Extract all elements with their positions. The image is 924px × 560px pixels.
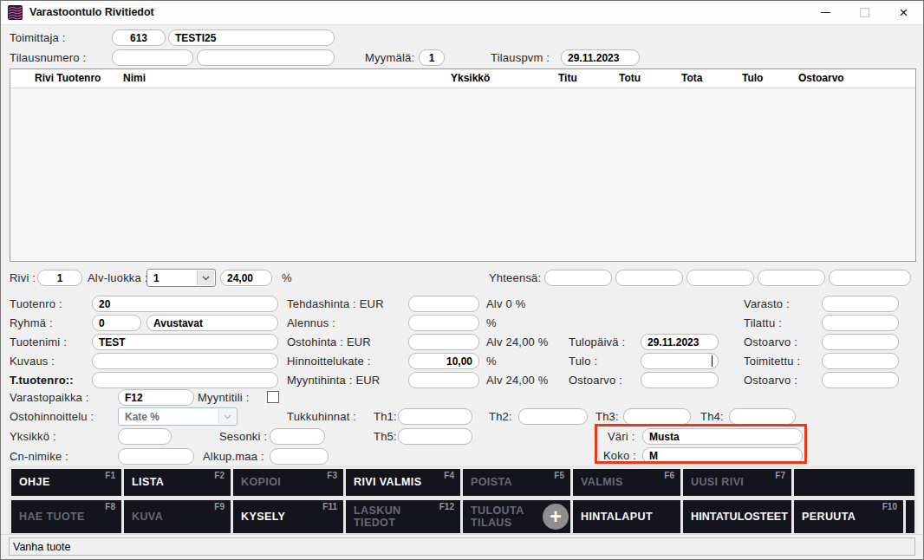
ryhma-label: Ryhmä :: [10, 315, 53, 331]
fkey-label: F1: [105, 471, 115, 480]
fkey-label: F6: [664, 471, 674, 480]
toimitettu-input[interactable]: [822, 353, 899, 369]
button-ohje[interactable]: OHJE F1: [11, 469, 121, 496]
button-bar-filler: [794, 469, 914, 496]
minimize-button[interactable]: [806, 1, 845, 24]
sesonki-label: Sesonki :: [219, 428, 267, 445]
yksikko-input[interactable]: [118, 428, 172, 445]
yhteensa-input-3[interactable]: [686, 270, 754, 286]
button-rivi-valmis[interactable]: RIVI VALMIS F4: [346, 469, 460, 496]
button-uusi-rivi: UUSI RIVI F7: [683, 469, 791, 496]
t-tuotenro-input[interactable]: [92, 372, 278, 388]
ostohinnoittelu-select: Kate %: [118, 407, 238, 426]
chevron-down-icon: [197, 270, 214, 285]
yhteensa-input-4[interactable]: [758, 270, 825, 286]
close-button[interactable]: ×: [884, 1, 923, 24]
cn-nimike-input[interactable]: [118, 448, 194, 465]
yksikko-label: Yksikkö :: [10, 428, 56, 445]
tuotenimi-input[interactable]: TEST: [92, 334, 278, 350]
tulopaiva-input[interactable]: 29.11.2023: [641, 334, 719, 350]
column-header-yksikko: Yksikkö: [451, 72, 490, 84]
yhteensa-input-1[interactable]: [544, 270, 612, 286]
button-label: KUVA: [132, 511, 163, 523]
fkey-label: F8: [105, 502, 115, 511]
chevron-down-icon: [218, 409, 236, 424]
button-row-1: OHJE F1 LISTA F2 KOPIOI F3 RIVI VALMIS F…: [11, 469, 914, 496]
th2-label: Th2:: [489, 408, 512, 425]
th4-input[interactable]: [729, 408, 796, 425]
maximize-button: [845, 1, 884, 24]
ostoarvo-mid-input[interactable]: [641, 372, 719, 388]
vari-input[interactable]: Musta: [642, 428, 803, 445]
kuvaus-input[interactable]: [92, 353, 278, 369]
ostoarvo-r2-input[interactable]: [822, 372, 899, 388]
hinnoittelukate-input[interactable]: 10,00: [408, 353, 479, 369]
yhteensa-input-5[interactable]: [829, 270, 911, 286]
toimittaja-name-input[interactable]: TESTI25: [168, 29, 335, 46]
rivi-input[interactable]: 1: [37, 270, 82, 286]
order-lines-table[interactable]: Rivi Tuotenro Nimi Yksikkö Titu Totu Tot…: [10, 68, 916, 262]
tulo-input[interactable]: [641, 353, 719, 369]
tilattu-label: Tilattu :: [744, 315, 782, 331]
yhteensa-input-2[interactable]: [615, 270, 683, 286]
ostoarvo-r1-label: Ostoarvo :: [744, 334, 797, 350]
button-label: POISTA: [471, 476, 512, 488]
button-peruuta[interactable]: PERUUTA F10: [794, 500, 903, 533]
alennus-input[interactable]: [408, 315, 479, 331]
tukkuhinnat-label: Tukkuhinnat :: [287, 408, 356, 425]
tilauspvm-label: Tilauspvm :: [491, 49, 550, 66]
tilattu-input[interactable]: [822, 315, 899, 331]
t-tuotenro-label: T.tuotenro::: [10, 372, 74, 388]
myymala-label: Myymälä:: [365, 49, 414, 66]
alv-luokka-select[interactable]: 1: [146, 269, 216, 287]
sesonki-input[interactable]: [270, 428, 325, 445]
toimittaja-code-input[interactable]: 613: [112, 29, 166, 46]
minimize-icon: [821, 12, 830, 13]
koko-input[interactable]: M: [642, 447, 803, 464]
tehdashinta-input[interactable]: [408, 296, 479, 312]
alkupmaa-label: Alkup.maa :: [203, 448, 264, 465]
column-header-tota: Tota: [681, 72, 702, 84]
th1-label: Th1:: [374, 408, 397, 425]
function-button-bar: OHJE F1 LISTA F2 KOPIOI F3 RIVI VALMIS F…: [8, 466, 918, 536]
kuvaus-label: Kuvaus :: [10, 353, 55, 369]
th3-input[interactable]: [623, 408, 691, 425]
alv-luokka-value: 1: [153, 272, 159, 284]
tilausnumero-input-1[interactable]: [112, 49, 193, 66]
status-panel: Vanha tuote: [9, 537, 915, 556]
plus-icon: +: [543, 504, 569, 530]
ryhma-code-input[interactable]: 0: [92, 315, 141, 331]
status-text: Vanha tuote: [13, 541, 71, 553]
column-header-totu: Totu: [619, 72, 641, 84]
th5-input[interactable]: [398, 428, 472, 445]
alv-percent-input[interactable]: 24,00: [220, 270, 272, 286]
ostoarvo-r1-input[interactable]: [822, 334, 899, 350]
ostohinta-input[interactable]: [408, 334, 479, 350]
th5-label: Th5:: [374, 428, 397, 445]
button-label: OHJE: [19, 476, 50, 488]
th4-label: Th4:: [700, 408, 724, 425]
button-kysely[interactable]: KYSELY F11: [233, 500, 343, 533]
myyntihinta-input[interactable]: [408, 372, 479, 388]
button-hintatulosteet[interactable]: HINTATULOSTEET: [683, 500, 791, 533]
varastopaikka-input[interactable]: F12: [118, 389, 194, 406]
alkupmaa-input[interactable]: [270, 448, 329, 465]
th1-input[interactable]: [398, 408, 472, 425]
myymala-input[interactable]: 1: [419, 49, 445, 66]
th2-input[interactable]: [518, 408, 588, 425]
ostoarvo-mid-label: Ostoarvo :: [569, 372, 622, 388]
myyntitili-checkbox[interactable]: [267, 391, 279, 403]
alennus-label: Alennus :: [287, 315, 335, 331]
button-label: LASKUN TIEDOT: [354, 505, 414, 530]
button-hintalaput[interactable]: HINTALAPUT: [573, 500, 680, 533]
tilauspvm-input[interactable]: 29.11.2023: [561, 49, 640, 66]
ryhma-name-input[interactable]: Avustavat: [146, 315, 278, 331]
tuotenro-input[interactable]: 20: [92, 296, 278, 312]
varasto-input[interactable]: [822, 296, 899, 312]
button-laskun-tiedot: LASKUN TIEDOT F12: [346, 500, 460, 533]
fkey-label: F12: [439, 502, 454, 511]
button-label: PERUUTA: [802, 511, 856, 523]
button-lista[interactable]: LISTA F2: [124, 469, 231, 496]
button-valmis: VALMIS F6: [573, 469, 680, 496]
tilausnumero-input-2[interactable]: [197, 49, 335, 66]
